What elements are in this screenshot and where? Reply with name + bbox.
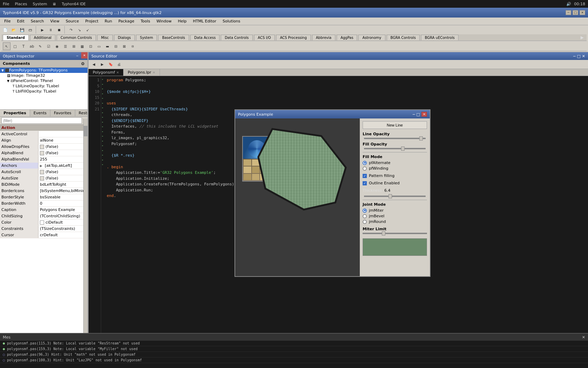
prop-value-borderwidth[interactable]: 0	[38, 200, 88, 206]
new-line-button[interactable]: New Line	[363, 121, 427, 129]
prop-value-align[interactable]: alNone	[38, 137, 88, 143]
comp-3[interactable]: ab	[28, 42, 36, 50]
editor-tab-polygonsmf[interactable]: Polygonsmf ✕	[89, 69, 124, 76]
prop-row-constraints[interactable]: Constraints (TSizeConstraints)	[0, 226, 88, 232]
tab-abbrevia[interactable]: Abbrevia	[312, 35, 335, 40]
prop-row-bordericons[interactable]: BorderIcons [biSystemMenu,biMinimize	[0, 188, 88, 194]
comp-10[interactable]: ⊡	[87, 42, 94, 50]
prop-value-cursor[interactable]: crDefault	[38, 232, 88, 238]
tab-bgra-controls[interactable]: BGRA Controls	[387, 35, 420, 40]
ed-btn-2[interactable]: ▶	[98, 61, 106, 68]
prop-row-align[interactable]: Align alNone	[0, 137, 88, 144]
prop-row-alphablendval[interactable]: AlphaBlendVal 255	[0, 156, 88, 163]
ed-btn-1[interactable]: ◀	[90, 61, 98, 68]
prop-value-constraints[interactable]: (TSizeConstraints)	[38, 226, 88, 232]
comp-15[interactable]: ⧈	[129, 42, 136, 50]
miter-thumb[interactable]	[382, 231, 385, 236]
msg-row-0[interactable]: ● polygonsmf.pas(115,3) Note: Local vari…	[0, 341, 588, 346]
allowdrop-checkbox[interactable]	[40, 145, 44, 149]
tab-dialogs[interactable]: Dialogs	[114, 35, 135, 40]
tab-data-access[interactable]: Data Access	[190, 35, 219, 40]
places-menu[interactable]: Places	[15, 2, 27, 6]
tree-item-image[interactable]: 🖼 Image: TImage32	[0, 73, 88, 78]
prop-row-alphablend[interactable]: AlphaBlend (False)	[0, 150, 88, 156]
prop-row-bidimode[interactable]: BiDiMode bdLeftToRight	[0, 182, 88, 188]
prop-value-caption[interactable]: Polygons Example	[38, 207, 88, 213]
comp-4[interactable]: ✎	[36, 42, 44, 50]
alphablend-checkbox[interactable]	[40, 151, 44, 155]
prop-value-autosize[interactable]: (False)	[38, 175, 88, 181]
radio-jmmiter[interactable]: jmMiter	[363, 208, 427, 213]
scrollbar-thumb[interactable]	[84, 126, 88, 136]
prop-value-active-control[interactable]	[38, 131, 88, 137]
autosize-checkbox[interactable]	[40, 176, 44, 180]
tab-properties[interactable]: Properties	[0, 110, 30, 116]
prop-row-borderstyle[interactable]: BorderStyle bsSizeable	[0, 194, 88, 200]
line-opacity-thumb[interactable]	[419, 136, 423, 141]
component-tree[interactable]: ▼ ⬛ FormPolygons: TFormPolygons 🖼 Image:…	[0, 68, 88, 110]
thickness-thumb[interactable]	[388, 194, 392, 198]
tab-acs-io[interactable]: ACS I/O	[254, 35, 275, 40]
prop-filter-input[interactable]	[1, 117, 82, 124]
step-into-btn[interactable]: ↘	[76, 26, 83, 34]
prop-row-childsizing[interactable]: ChildSizing (TControlChildSizing)	[0, 213, 88, 219]
restore-button[interactable]: □	[573, 10, 578, 15]
pause-btn[interactable]: ⏸	[47, 26, 55, 34]
radio-pfwinding[interactable]: pfWinding	[363, 166, 427, 171]
tab-restricted[interactable]: Restricted	[75, 110, 88, 116]
radio-pfalternate[interactable]: pfAlternate	[363, 161, 427, 165]
stop-btn[interactable]: ⏹	[55, 26, 63, 34]
save-all-btn[interactable]: 🗃	[27, 26, 34, 34]
messages-close-button[interactable]: ✕	[582, 335, 585, 340]
tree-item-panel[interactable]: ▼ ⊟ PanelControl: TPanel	[0, 78, 88, 83]
prop-row-action[interactable]: Action ▶	[0, 125, 88, 131]
prop-row-autosize[interactable]: AutoSize (False)	[0, 175, 88, 182]
step-out-btn[interactable]: ↙	[84, 26, 92, 34]
palette-scroll-right[interactable]: ▶	[579, 35, 585, 40]
prop-row-active-control[interactable]: ActiveControl	[0, 131, 88, 137]
poly-restore[interactable]: □	[416, 112, 420, 117]
tab-additional[interactable]: Additional	[30, 35, 55, 40]
se-restore[interactable]: □	[577, 54, 580, 59]
tree-item-form[interactable]: ▼ ⬛ FormPolygons: TFormPolygons	[0, 68, 88, 73]
msg-row-3[interactable]: ○ polygonsmf.pas(100,3) Hint: Unit "LazJ…	[0, 357, 588, 363]
se-minimize[interactable]: ─	[573, 54, 576, 59]
prop-value-bordericons[interactable]: [biSystemMenu,biMinimize	[38, 188, 88, 194]
ed-btn-3[interactable]: 🔖	[107, 61, 114, 68]
prop-value-color[interactable]: ciDefault	[38, 219, 88, 225]
minimize-button[interactable]: ─	[566, 10, 571, 15]
msg-row-1[interactable]: ● polygonsmf.pas(159,3) Note: Local vari…	[0, 346, 588, 352]
comp-11[interactable]: ▭	[95, 42, 103, 50]
prop-value-allowdrop[interactable]: (False)	[38, 144, 88, 150]
comp-7[interactable]: ☰	[62, 42, 69, 50]
autoscroll-checkbox[interactable]	[40, 170, 44, 174]
menu-help[interactable]: Help	[175, 18, 189, 24]
prop-row-autoscroll[interactable]: AutoScroll (False)	[0, 169, 88, 175]
anchors-expand[interactable]: ▶	[40, 164, 43, 168]
menu-tools[interactable]: Tools	[138, 18, 153, 24]
outline-enabled-row[interactable]: ✓ Outline Enabled	[363, 181, 427, 185]
pattern-filling-checkbox[interactable]: ✓	[363, 174, 367, 178]
tab-system[interactable]: System	[136, 35, 157, 40]
comp-2[interactable]: T	[20, 42, 27, 50]
step-over-btn[interactable]: ↷	[67, 26, 75, 34]
prop-row-borderwidth[interactable]: BorderWidth 0	[0, 200, 88, 207]
tab-events[interactable]: Events	[30, 110, 50, 116]
prop-row-color[interactable]: Color ciDefault	[0, 219, 88, 226]
app-menu[interactable]: File	[3, 2, 9, 6]
oi-minimize[interactable]: ─	[76, 54, 79, 58]
poly-canvas[interactable]	[235, 118, 360, 276]
tab-standard[interactable]: Standard	[3, 35, 29, 40]
menu-package[interactable]: Package	[115, 18, 137, 24]
oi-close[interactable]: ✕	[81, 52, 88, 59]
menu-source[interactable]: Source	[63, 18, 82, 24]
menu-solutions[interactable]: Solutions	[220, 18, 243, 24]
tree-item-lblline[interactable]: T LblLineOpacity: TLabel	[0, 83, 88, 89]
menu-html-editor[interactable]: HTML Editor	[190, 18, 219, 24]
prop-row-allowdrop[interactable]: AllowDropFiles (False)	[0, 144, 88, 150]
poly-close-button[interactable]: ✕	[421, 112, 427, 117]
comp-13[interactable]: ⊟	[112, 42, 120, 50]
close-button[interactable]: ✕	[580, 10, 585, 15]
tab-favorites[interactable]: Favorites	[50, 110, 75, 116]
menu-window[interactable]: Window	[154, 18, 174, 24]
